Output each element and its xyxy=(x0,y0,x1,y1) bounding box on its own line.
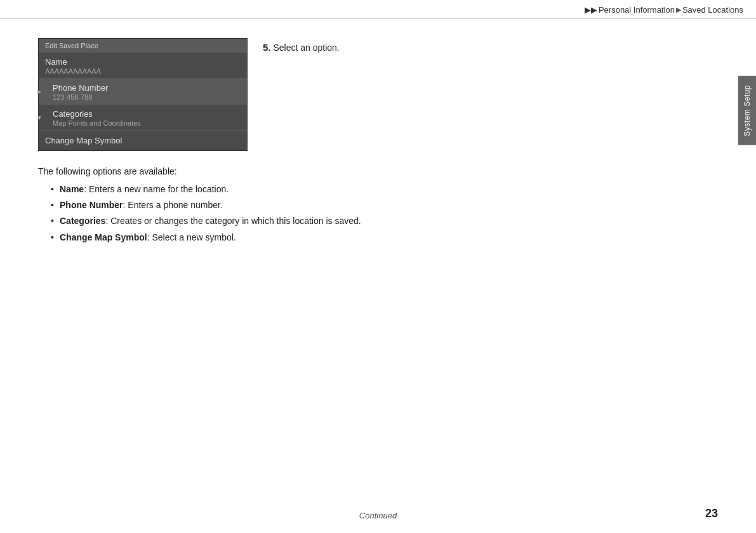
main-content: Edit Saved Place Name AAAAAAAAAAAA ► Pho… xyxy=(0,19,756,265)
screen-change-map-symbol-item[interactable]: Change Map Symbol xyxy=(39,131,247,150)
screen-phone-item[interactable]: ► Phone Number 123-456-789 xyxy=(39,79,247,105)
step-text: Select an option. xyxy=(273,43,339,53)
device-screen: Edit Saved Place Name AAAAAAAAAAAA ► Pho… xyxy=(38,38,248,151)
desc-categories: : Creates or changes the category in whi… xyxy=(105,216,361,226)
term-phone: Phone Number xyxy=(60,200,123,210)
description-text: The following options are available: xyxy=(38,166,718,176)
list-item-change-map-symbol: Change Map Symbol: Select a new symbol. xyxy=(51,230,718,246)
down-arrow-icon: ▼ xyxy=(36,114,43,121)
step-number: 5. xyxy=(263,42,271,53)
desc-phone: : Enters a phone number. xyxy=(123,200,223,210)
footer: Continued xyxy=(0,511,756,520)
step-instruction: 5. Select an option. xyxy=(263,38,340,53)
screen-categories-subtitle: Map Points and Coordinates xyxy=(53,119,241,127)
screen-phone-subtitle: 123-456-789 xyxy=(53,93,241,101)
term-name: Name xyxy=(60,184,84,194)
desc-change-map-symbol: : Select a new symbol. xyxy=(147,232,236,242)
desc-name: : Enters a new name for the location. xyxy=(84,184,229,194)
term-categories: Categories xyxy=(60,216,105,226)
screenshot-area: Edit Saved Place Name AAAAAAAAAAAA ► Pho… xyxy=(38,38,718,151)
footer-continued: Continued xyxy=(359,511,397,520)
breadcrumb-arrow2: ▶ xyxy=(676,6,681,14)
screen-categories-item[interactable]: ▼ Categories Map Points and Coordinates xyxy=(39,105,247,131)
screen-title-text: Edit Saved Place xyxy=(45,42,98,49)
list-item-phone: Phone Number: Enters a phone number. xyxy=(51,197,718,213)
screen-phone-title: Phone Number xyxy=(53,83,241,93)
breadcrumb-section2: Saved Locations xyxy=(682,5,743,15)
breadcrumb: ▶▶ Personal Information ▶ Saved Location… xyxy=(585,5,743,15)
list-item-name: Name: Enters a new name for the location… xyxy=(51,181,718,197)
right-arrow-icon: ► xyxy=(36,88,43,95)
screen-name-subtitle: AAAAAAAAAAAA xyxy=(45,67,241,75)
bullet-list: Name: Enters a new name for the location… xyxy=(38,181,718,246)
screen-change-map-symbol-title: Change Map Symbol xyxy=(45,136,241,145)
footer-page-number: 23 xyxy=(705,507,718,520)
screen-name-item[interactable]: Name AAAAAAAAAAAA xyxy=(39,53,247,79)
screen-categories-title: Categories xyxy=(53,109,241,119)
term-change-map-symbol: Change Map Symbol xyxy=(60,232,147,242)
list-item-categories: Categories: Creates or changes the categ… xyxy=(51,213,718,229)
screen-name-title: Name xyxy=(45,57,241,67)
screen-title-bar: Edit Saved Place xyxy=(39,39,247,53)
top-bar: ▶▶ Personal Information ▶ Saved Location… xyxy=(0,0,756,19)
breadcrumb-section1: Personal Information xyxy=(599,5,675,15)
breadcrumb-arrows: ▶▶ xyxy=(585,5,597,15)
